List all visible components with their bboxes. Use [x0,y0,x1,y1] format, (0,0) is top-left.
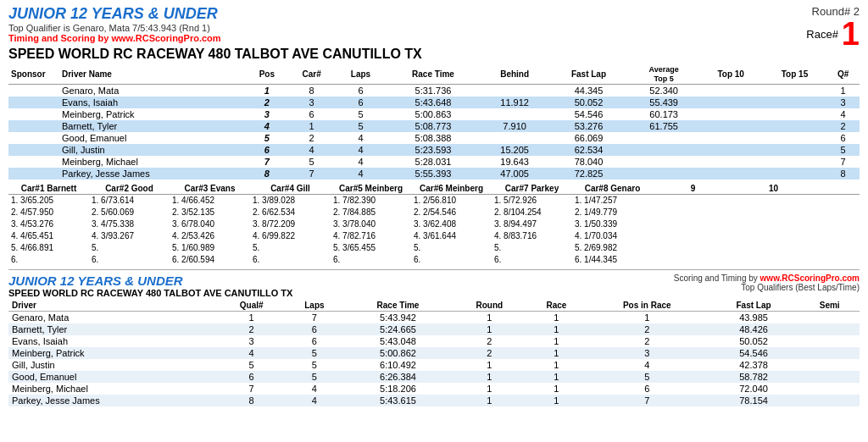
bottom-table-cell: 1 [452,383,526,395]
laps-col-header: Laps [336,64,386,85]
timing-label: Timing and Scoring by [8,33,111,43]
table-cell [629,168,699,180]
top15-col-header: Top 15 [763,64,826,85]
lap-col: 1. 2/56.8102. 2/54.5463. 3/62.4084. 3/61… [411,195,492,266]
bottom-table-cell: 6:10.492 [344,359,453,371]
lap-entry: 1. 1/47.257 [575,195,650,207]
bottom-table-cell: 5:43.048 [344,335,453,347]
table-cell [629,144,699,156]
bottom-table-cell: 54.546 [708,347,800,359]
bottom-table-cell: 5 [587,371,708,383]
table-cell [699,85,763,97]
bottom-table-cell: 1 [452,323,526,335]
bottom-table-cell [799,395,860,406]
lap-header-cell: Car#4 Gill [250,183,331,194]
bottom-left: JUNIOR 12 YEARS & UNDER SPEED WORLD RC R… [8,273,292,298]
bottom-table-cell: 1 [452,395,526,406]
sponsor-col-header: Sponsor [8,64,59,85]
bottom-table-cell: Genaro, Mata [8,312,218,324]
bottom-subtitle: SPEED WORLD RC RACEWAY 480 TALBOT AVE CA… [8,288,292,298]
table-cell: 5:08.773 [386,120,481,132]
bottom-table-cell: 5 [285,371,343,383]
bottom-table-cell [799,312,860,324]
table-cell: 78.040 [548,156,629,168]
bottom-table-cell: 2 [452,347,526,359]
lap-entry: 1. 5/72.926 [494,195,570,207]
table-cell: 4 [826,108,860,120]
table-cell [481,132,548,144]
lap-header-cell: Car#2 Good [89,183,170,194]
bottom-table-cell: 58.782 [708,371,800,383]
lap-entry: 2. 7/84.885 [333,207,409,218]
bottom-scoring: Scoring and Timing by www.RCScoringPro.c… [674,273,860,283]
table-row: Evans, Isaiah2365:43.64811.91250.05255.4… [8,97,860,108]
lap-col [733,195,814,266]
bottom-col-header: Driver [8,300,218,312]
timing-brand: www.RCScoringPro.com [111,33,220,43]
bottom-table-cell: 6 [587,383,708,395]
lap-entry: 6. [414,254,489,266]
time-col-header: Race Time [386,64,481,85]
lap-entry: 5. [414,242,489,254]
bottom-table-cell: Barnett, Tyler [8,323,218,335]
lap-entry: 3. 6/78.040 [172,218,248,230]
lap-entry: 2. 1/49.779 [575,207,650,218]
bottom-table-cell: 6:26.384 [344,371,453,383]
lap-entry: 1. 7/82.390 [333,195,409,207]
bottom-table-cell: 5:43.615 [344,395,453,406]
table-cell: 2 [826,120,860,132]
race-num: 1 [842,18,860,50]
table-cell: 5:31.736 [386,85,481,97]
bottom-table-cell: 5:24.665 [344,323,453,335]
lap-entry: 5. 3/65.455 [333,242,409,254]
table-cell: 2 [287,132,336,144]
table-cell [8,132,59,144]
table-cell [763,85,826,97]
table-row: Meinberg, Patrick3655:00.86354.54660.173… [8,108,860,120]
table-cell: 8 [287,85,336,97]
qualifiers-table: DriverQual#LapsRace TimeRoundRacePos in … [8,300,860,406]
table-cell [763,168,826,180]
bottom-table-cell: 1 [452,371,526,383]
table-cell: 5 [336,120,386,132]
lap-entry: 1. 2/56.810 [414,195,489,207]
table-cell: 44.345 [548,85,629,97]
table-cell: 5:28.031 [386,156,481,168]
table-cell: Gill, Justin [59,144,246,156]
bottom-table-cell: 2 [587,323,708,335]
table-cell: 7 [826,156,860,168]
bottom-table-cell: 6 [218,371,285,383]
table-cell: 1 [246,85,287,97]
lap-header-cell: 10 [733,183,814,194]
bottom-table-cell: 7 [285,312,343,324]
table-cell: 4 [336,156,386,168]
table-cell [763,156,826,168]
table-cell: 15.205 [481,144,548,156]
lap-col: 1. 3/65.2052. 4/57.9503. 4/53.2764. 4/65… [8,195,89,266]
table-cell: 62.534 [548,144,629,156]
page-container: JUNIOR 12 YEARS & UNDER Top Qualifier is… [0,0,868,412]
table-cell [699,120,763,132]
table-cell [699,97,763,108]
race-label: Race# [806,28,838,41]
lap-entry: 4. 8/83.716 [494,230,570,242]
lap-entry: 5. [253,242,328,254]
bottom-table-cell [799,371,860,383]
lap-entry: 2. 3/52.135 [172,207,248,218]
lap-entry: 6. 1/44.345 [575,254,650,266]
bottom-table-cell: 5 [285,347,343,359]
driver-col-header: Driver Name [59,64,246,85]
lap-header-cell: Car#5 Meinberg [331,183,411,194]
bottom-table-cell: 42.378 [708,359,800,371]
table-cell: 5:23.593 [386,144,481,156]
table-cell [699,108,763,120]
table-cell [8,85,59,97]
table-cell: 6 [336,85,386,97]
table-cell: 2 [246,97,287,108]
table-cell: 7.910 [481,120,548,132]
lap-entry: 4. 3/61.644 [414,230,489,242]
table-cell: 54.546 [548,108,629,120]
bottom-table-cell: 1 [587,312,708,324]
bottom-table-cell: 1 [218,312,285,324]
pos-col-header: Pos [246,64,287,85]
